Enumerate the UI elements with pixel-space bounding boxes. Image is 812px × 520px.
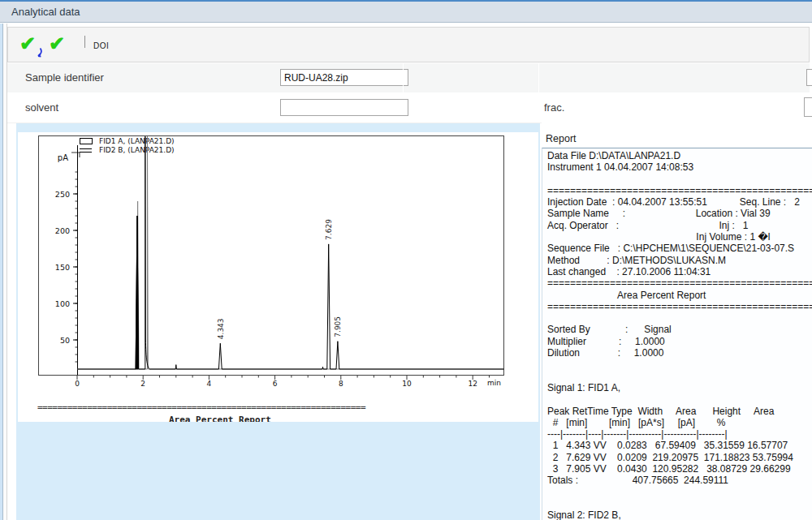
report-line: Peak RetTime Type Width Area Height Area	[547, 406, 812, 417]
report-line: ========================================…	[547, 277, 812, 289]
svg-text:200: 200	[55, 226, 70, 235]
report-line: Last changed : 27.10.2006 11:04:31	[547, 266, 812, 277]
column-divider	[538, 63, 539, 92]
report-line: 1 4.343 VV 0.0283 67.59409 35.31559 16.5…	[547, 440, 812, 451]
column-divider	[403, 63, 404, 92]
svg-text:FID1 A, (LANPA21.D): FID1 A, (LANPA21.D)	[99, 137, 175, 145]
report-title: Report	[546, 133, 812, 144]
chromatogram-panel: FID1 A, (LANPA21.D)FID2 B, (LANPA21.D)pA…	[16, 123, 540, 520]
report-line	[547, 359, 812, 370]
report-line: Instrument 1 04.04.2007 14:08:53	[547, 161, 812, 173]
report-line	[547, 393, 812, 405]
report-line: # [min] [min] [pA*s] [pA] %	[547, 417, 812, 428]
svg-text:6: 6	[273, 380, 278, 388]
report-line: ========================================…	[547, 185, 812, 196]
report-line: Multiplier : 1.0000	[547, 336, 812, 347]
report-line: 3 7.905 VV 0.0430 120.95282 38.08729 29.…	[547, 463, 812, 475]
svg-text:4.343: 4.343	[217, 318, 225, 339]
report-line: 2 7.629 VV 0.0209 219.20975 171.18823 53…	[547, 452, 812, 463]
frac-input[interactable]	[804, 97, 812, 117]
report-line: Totals : 407.75665 244.59111	[547, 475, 812, 486]
chromatogram-image: FID1 A, (LANPA21.D)FID2 B, (LANPA21.D)pA…	[18, 132, 538, 422]
report-line: Area Percent Report	[547, 290, 812, 301]
solvent-input[interactable]	[280, 99, 408, 116]
titlebar: Analytical data	[0, 2, 812, 23]
footer-separator: ========================================…	[37, 403, 538, 413]
report-line: ========================================…	[547, 301, 812, 312]
svg-text:2: 2	[140, 380, 145, 388]
report-line: Method : D:\METHODS\LUKASN.M	[547, 255, 812, 266]
report-line: Sorted By : Signal	[547, 324, 812, 335]
approve-icon[interactable]: ✔	[49, 32, 73, 57]
svg-text:100: 100	[55, 299, 70, 308]
chromatogram-footer: ========================================…	[18, 403, 538, 422]
report-panel: Report Data File D:\DATA\LANPA21.DInstru…	[542, 122, 812, 520]
solvent-label: solvent	[25, 101, 58, 114]
report-line: Inj Volume : 1 �l	[547, 231, 812, 243]
svg-text:250: 250	[55, 190, 70, 199]
sample-identifier-label: Sample identifier	[25, 71, 104, 84]
report-line: ----|-------|----|-------|----------|---…	[547, 428, 812, 440]
reload-arrow-icon	[33, 47, 42, 58]
sample-identifier-row: Sample identifier	[7, 63, 810, 93]
footer-title: Area Percent Report	[169, 415, 538, 422]
svg-text:FID2 B, (LANPA21.D): FID2 B, (LANPA21.D)	[99, 146, 175, 154]
svg-text:50: 50	[60, 336, 70, 345]
window-left-frame	[0, 24, 7, 520]
svg-text:10: 10	[402, 380, 412, 388]
report-line: Acq. Operator : Inj : 1	[547, 220, 812, 231]
svg-text:0: 0	[75, 380, 80, 388]
report-line: Sample Name : Location : Vial 39	[547, 208, 812, 219]
svg-text:150: 150	[55, 263, 70, 272]
approve-reload-icon[interactable]: ✔	[19, 32, 44, 57]
analytical-data-window: { "window": {"title": "Analytical data"}…	[0, 0, 812, 520]
frac-label: frac.	[544, 101, 564, 114]
report-line: Dilution : 1.0000	[547, 347, 812, 359]
svg-text:min: min	[487, 379, 501, 387]
solvent-row: solvent frac.	[7, 93, 810, 123]
report-line	[547, 487, 812, 498]
toolbar: ✔ ✔ DOI	[7, 27, 810, 62]
svg-text:7.905: 7.905	[334, 316, 342, 337]
svg-text:8: 8	[339, 380, 343, 388]
report-line: Signal 1: FID1 A,	[547, 382, 812, 393]
toolbar-separator	[84, 36, 85, 48]
chromatogram-svg: FID1 A, (LANPA21.D)FID2 B, (LANPA21.D)pA…	[18, 132, 538, 400]
doi-button[interactable]: DOI	[93, 41, 109, 50]
report-text: Data File D:\DATA\LANPA21.DInstrument 1 …	[542, 148, 812, 520]
report-line	[547, 498, 812, 509]
sample-form: Sample identifier solvent frac.	[7, 63, 810, 123]
report-line	[547, 371, 812, 382]
report-line: Signal 2: FID2 B,	[547, 509, 812, 520]
svg-text:4: 4	[207, 380, 212, 388]
svg-text:7.629: 7.629	[325, 219, 333, 240]
report-line: Injection Date : 04.04.2007 13:55:51 Seq…	[547, 196, 812, 208]
page-title: Analytical data	[11, 6, 80, 18]
report-line	[547, 174, 812, 185]
report-line	[547, 312, 812, 324]
report-line: Data File D:\DATA\LANPA21.D	[547, 150, 812, 161]
sample-identifier-input[interactable]	[280, 69, 408, 86]
svg-text:pA: pA	[58, 153, 68, 162]
right-edge-input-1[interactable]	[806, 69, 812, 86]
report-line: Sequence File : C:\HPCHEM\1\SEQUENCE\21-…	[547, 243, 812, 254]
svg-text:12: 12	[468, 380, 477, 388]
